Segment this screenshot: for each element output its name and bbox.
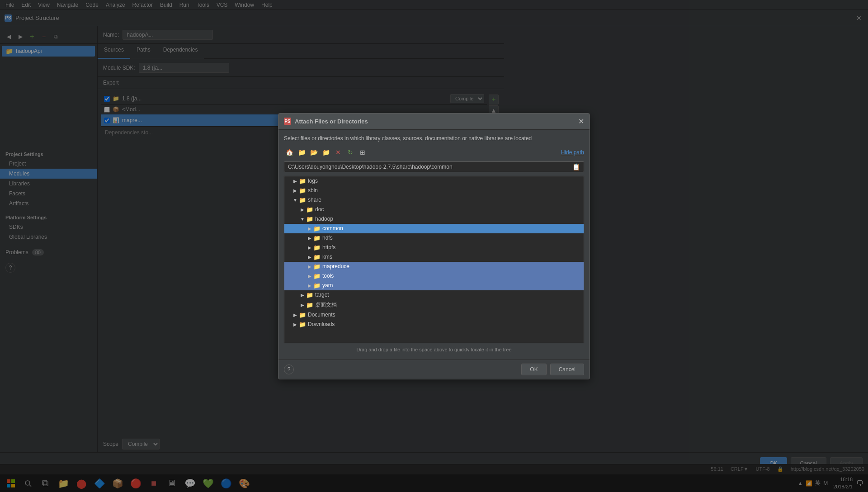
arrow-kms: ▶ [306,255,313,260]
path-text: C:\Users\douyonghou\Desktop\hadoop-2.7.5… [288,164,572,170]
arrow-target: ▶ [299,293,306,298]
folder-httpfs: 📁 [313,244,321,251]
label-common: common [322,225,343,232]
folder-kms: 📁 [313,254,321,260]
tree-item-desktop-docs[interactable]: ▶ 📁 桌面文档 [284,300,584,310]
arrow-doc: ▶ [299,207,306,212]
folder-sbin: 📁 [299,187,306,194]
path-bar: C:\Users\douyonghou\Desktop\hadoop-2.7.5… [284,161,584,172]
dialog-cancel-button[interactable]: Cancel [550,364,584,375]
arrow-desktop-docs: ▶ [299,303,306,308]
folder-tools: 📁 [313,273,321,279]
arrow-sbin: ▶ [292,188,299,193]
path-browse-button[interactable]: 📋 [572,163,580,170]
dialog-close-button[interactable]: ✕ [578,117,584,126]
arrow-documents: ▶ [292,312,299,317]
folder-logs: 📁 [299,178,306,184]
folder-hdfs: 📁 [313,235,321,241]
label-target: target [315,292,329,298]
folder-share: 📁 [299,197,306,203]
label-sbin: sbin [308,187,318,194]
label-tools: tools [322,273,334,279]
dialog-app-icon: PS [284,118,291,125]
tree-item-tools[interactable]: ▶ 📁 tools [284,271,584,281]
tree-item-logs[interactable]: ▶ 📁 logs [284,176,584,186]
folder-target: 📁 [306,292,313,298]
home-button[interactable]: 🏠 [284,147,295,158]
label-mapreduce: mapreduce [322,263,349,270]
label-desktop-docs: 桌面文档 [315,301,337,309]
tree-item-hadoop[interactable]: ▼ 📁 hadoop [284,214,584,224]
new-folder-button[interactable]: 📁 [321,147,331,158]
folder-documents: 📁 [299,312,306,318]
arrow-share: ▼ [292,198,299,203]
label-hadoop: hadoop [315,216,333,222]
hide-path-link[interactable]: Hide path [561,149,584,156]
folder-hadoop: 📁 [306,216,313,222]
arrow-common: ▶ [306,226,313,231]
tree-item-share[interactable]: ▼ 📁 share [284,195,584,205]
arrow-downloads: ▶ [292,322,299,327]
delete-button[interactable]: ✕ [333,147,344,158]
dialog-help-button[interactable]: ? [284,364,294,374]
label-downloads: Downloads [308,321,335,327]
tree-item-common[interactable]: ▶ 📁 common [284,224,584,233]
dialog-ok-button[interactable]: OK [521,364,546,375]
refresh-button[interactable]: ↻ [345,147,356,158]
tree-item-documents[interactable]: ▶ 📁 Documents [284,310,584,320]
folder-desktop-docs: 📁 [306,302,313,308]
tree-item-sbin[interactable]: ▶ 📁 sbin [284,186,584,195]
label-httpfs: httpfs [322,244,335,251]
tree-item-kms[interactable]: ▶ 📁 kms [284,252,584,262]
folder-yarn: 📁 [313,282,321,289]
arrow-logs: ▶ [292,179,299,184]
arrow-mapreduce: ▶ [306,264,313,269]
attach-files-dialog: PS Attach Files or Directories ✕ Select … [278,113,590,379]
arrow-httpfs: ▶ [306,245,313,250]
label-hdfs: hdfs [322,235,333,241]
label-yarn: yarn [322,282,333,289]
dialog-backdrop: PS Attach Files or Directories ✕ Select … [0,0,868,492]
folder-doc: 📁 [306,206,313,213]
arrow-yarn: ▶ [306,283,313,288]
label-documents: Documents [308,312,335,318]
dialog-footer-buttons: OK Cancel [521,364,584,375]
folder-common: 📁 [313,225,321,232]
tree-item-httpfs[interactable]: ▶ 📁 httpfs [284,243,584,252]
tree-item-doc[interactable]: ▶ 📁 doc [284,205,584,214]
arrow-tools: ▶ [306,274,313,279]
arrow-hdfs: ▶ [306,236,313,241]
dialog-description: Select files or directories in which lib… [284,135,584,142]
label-share: share [308,197,321,203]
dialog-body: Select files or directories in which lib… [278,130,590,360]
folder-mapreduce: 📁 [313,263,321,270]
tree-item-mapreduce[interactable]: ▶ 📁 mapreduce [284,262,584,271]
dialog-title: Attach Files or Directories [295,118,575,125]
folder-open-button[interactable]: 📂 [308,147,319,158]
tree-item-downloads[interactable]: ▶ 📁 Downloads [284,320,584,329]
folder-downloads: 📁 [299,321,306,328]
arrow-hadoop: ▼ [299,217,306,222]
expand-button[interactable]: ⊞ [357,147,368,158]
label-doc: doc [315,206,324,213]
dialog-title-bar: PS Attach Files or Directories ✕ [278,114,590,130]
dialog-footer: ? OK Cancel [278,360,590,379]
drag-drop-hint: Drag and drop a file into the space abov… [284,343,584,354]
file-tree[interactable]: ▶ 📁 logs ▶ 📁 sbin ▼ 📁 share [284,176,584,343]
tree-item-yarn[interactable]: ▶ 📁 yarn [284,281,584,290]
tree-item-target[interactable]: ▶ 📁 target [284,290,584,300]
tree-item-hdfs[interactable]: ▶ 📁 hdfs [284,233,584,243]
folder-icon-btn[interactable]: 📁 [296,147,307,158]
file-toolbar: 🏠 📁 📂 📁 ✕ ↻ ⊞ Hide path [284,147,584,158]
label-kms: kms [322,254,332,260]
label-logs: logs [308,178,318,184]
